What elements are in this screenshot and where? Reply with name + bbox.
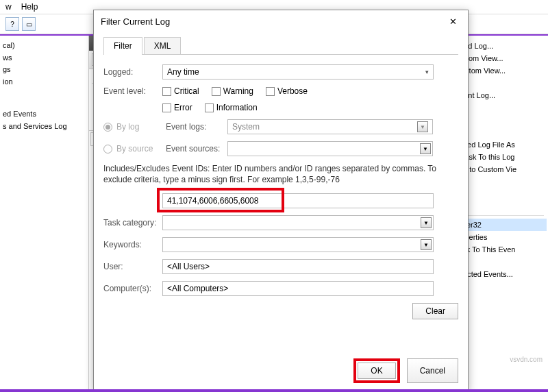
bottom-border xyxy=(0,389,548,392)
chevron-down-icon: ▼ xyxy=(417,121,428,132)
clear-button[interactable]: Clear xyxy=(412,303,458,319)
close-icon[interactable]: ✕ xyxy=(445,14,461,28)
checkbox-verbose[interactable]: Verbose xyxy=(266,86,308,96)
event-sources-combo[interactable]: ▼ xyxy=(227,141,433,156)
chevron-down-icon: ▾ xyxy=(425,69,429,75)
label-user: User: xyxy=(103,262,162,271)
watermark: vsvdn.com xyxy=(510,356,543,363)
menu-help[interactable]: Help xyxy=(21,2,38,12)
chevron-down-icon: ▼ xyxy=(420,143,431,154)
event-ids-input[interactable] xyxy=(162,193,434,208)
tab-xml[interactable]: XML xyxy=(144,37,182,55)
cancel-button[interactable]: Cancel xyxy=(407,358,458,383)
toolbar-button-panels[interactable]: ▭ xyxy=(22,17,36,31)
dialog-title: Filter Current Log xyxy=(101,16,170,27)
menu-view[interactable]: w xyxy=(5,2,12,12)
user-input[interactable] xyxy=(162,259,434,274)
tree-item[interactable]: s and Services Log xyxy=(3,121,86,133)
dialog-footer: OK Cancel xyxy=(94,352,468,390)
label-by-source: By source xyxy=(116,144,166,154)
left-tree: cal) ws gs ion ed Events s and Services … xyxy=(0,36,89,392)
keywords-combo[interactable]: ▼ xyxy=(162,237,434,252)
tree-item[interactable]: ed Events xyxy=(3,108,86,121)
label-event-sources: Event sources: xyxy=(166,144,227,154)
radio-by-source xyxy=(103,145,112,154)
filter-dialog: Filter Current Log ✕ Filter XML Logged: … xyxy=(93,10,469,391)
event-logs-combo: System ▼ xyxy=(227,119,433,134)
event-id-description: Includes/Excludes Event IDs: Enter ID nu… xyxy=(103,163,458,185)
checkbox-critical[interactable]: Critical xyxy=(162,86,199,96)
highlight-frame: OK xyxy=(353,358,399,383)
tab-filter[interactable]: Filter xyxy=(103,37,142,55)
task-category-combo[interactable]: ▼ xyxy=(162,215,434,230)
label-keywords: Keywords: xyxy=(103,240,162,249)
checkbox-information[interactable]: Information xyxy=(205,103,258,112)
logged-combo[interactable]: Any time ▾ xyxy=(162,64,434,79)
tree-item[interactable]: gs xyxy=(3,64,86,76)
label-by-log: By log xyxy=(116,122,166,132)
label-computers: Computer(s): xyxy=(103,284,162,293)
label-event-logs: Event logs: xyxy=(166,122,227,132)
tree-item[interactable]: ws xyxy=(3,52,86,64)
checkbox-error[interactable]: Error xyxy=(162,103,192,112)
toolbar-button-help[interactable]: ? xyxy=(5,17,19,31)
checkbox-warning[interactable]: Warning xyxy=(212,86,253,96)
label-event-level: Event level: xyxy=(103,86,162,96)
chevron-down-icon: ▼ xyxy=(421,217,432,228)
tree-item[interactable]: cal) xyxy=(3,40,86,52)
label-logged: Logged: xyxy=(103,67,162,77)
computers-input[interactable] xyxy=(162,281,434,296)
chevron-down-icon: ▼ xyxy=(421,239,432,250)
label-task-category: Task category: xyxy=(103,218,162,228)
dialog-tabs: Filter XML xyxy=(103,36,458,55)
tree-item[interactable]: ion xyxy=(3,76,86,88)
ok-button[interactable]: OK xyxy=(358,363,395,379)
dialog-titlebar: Filter Current Log ✕ xyxy=(94,10,468,32)
radio-by-log xyxy=(103,123,112,132)
